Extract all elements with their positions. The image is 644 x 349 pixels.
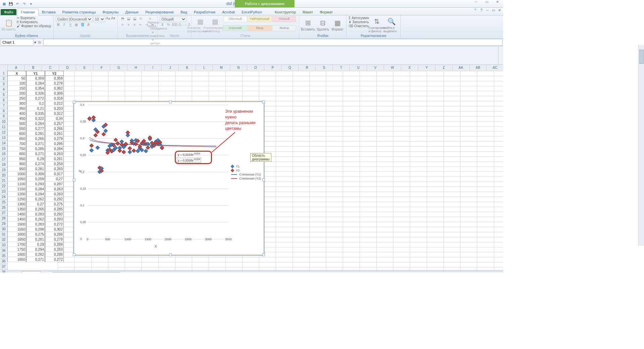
decrease-font-icon[interactable]: A▾ [111,16,115,22]
orientation-icon[interactable]: ⟲ [138,17,143,22]
resize-handle[interactable] [73,179,75,181]
tab-acrobat[interactable]: Acrobat [219,9,238,15]
tab-chart-layout[interactable]: Макет [299,9,316,15]
paste-button[interactable]: 📋Вставить [2,16,15,34]
tab-review[interactable]: Рецензирование [142,9,177,15]
chart-legend[interactable]: Y1 Y2 Степенная (Y1) Степенная (Y2) [231,164,261,181]
ribbon-tabs: Файл Главная Вставка Разметка страницы Ф… [0,8,503,15]
delete-cells-button[interactable]: ⊟Удалить [316,16,329,34]
namebox-dropdown-icon[interactable]: ▾ [34,40,36,45]
increase-font-icon[interactable]: A▴ [106,16,110,22]
align-top-icon[interactable]: ⬒ [120,17,125,22]
formula-input[interactable] [43,39,502,46]
doc-minimize-icon[interactable]: ─ [485,8,490,13]
ribbon: 📋Вставить ✂ Вырезать ⎘ Копировать 🖌 Форм… [0,15,503,39]
close-button[interactable]: ✕ [493,0,502,4]
help-icon[interactable]: ? [479,8,484,13]
fill-color-button[interactable]: 🪣 [80,23,85,28]
tab-formulas[interactable]: Формулы [99,9,122,15]
font-name-select[interactable]: Calibri (Основной [56,16,93,22]
percent-icon[interactable]: % [166,23,171,28]
resize-handle[interactable] [262,101,265,103]
align-bottom-icon[interactable]: ⬓ [132,17,137,22]
resize-handle[interactable] [73,253,75,256]
resize-handle[interactable] [73,101,75,103]
fill-button[interactable]: ⬇ Заполнить [348,20,369,24]
name-box[interactable] [1,39,34,46]
increase-decimal-icon[interactable]: .0→ [178,23,183,28]
fx-icon[interactable]: fx [38,40,41,44]
doc-close-icon[interactable]: ✕ [497,8,502,13]
tab-chart-format[interactable]: Формат [316,9,336,15]
increase-indent-icon[interactable]: ⇥ [144,23,149,28]
trendline-equation-2[interactable]: y = 0,3328x-0,024 [177,158,201,162]
wrap-text-button[interactable]: ≡ Перенос текста [147,17,153,22]
minimize-button[interactable]: ─ [472,0,480,4]
bold-button[interactable]: Ж [56,23,61,28]
format-cells-button[interactable]: ▦Формат [331,16,344,34]
format-painter-button[interactable]: 🖌 Формат по образцу [17,24,51,28]
border-button[interactable]: ▦ [74,23,79,28]
column-headers[interactable]: ABCDEFGHIJKLMNOPQRSTUVWXYZAAABAC [8,65,503,71]
sheet-tab[interactable]: sheet1 [22,271,41,272]
trendline-equation-1[interactable]: y = 0,3153x-0,016 [178,152,200,156]
chart-tools-tab: Работа с диаграммами [235,0,294,7]
annotation-text: Эти уравнениинужноделать разнымицветамы [225,109,256,132]
autosum-button[interactable]: Σ Автосумма [348,16,369,20]
cut-button[interactable]: ✂ Вырезать [17,16,51,20]
align-left-icon[interactable]: ≡ [120,23,125,28]
resize-handle[interactable] [262,253,265,256]
copy-button[interactable]: ⎘ Копировать [17,20,51,24]
redo-icon[interactable]: ↷ [21,1,27,6]
chart-object[interactable]: Y X y = 0,3153x-0,016 y = 0,3328x-0,024 … [74,102,264,255]
underline-button[interactable]: Ч [68,23,73,28]
align-center-icon[interactable]: ≡ [126,23,131,28]
tab-page-layout[interactable]: Разметка страницы [59,9,99,15]
sort-filter-button[interactable]: ⇅Сортировка и фильтр [370,16,384,34]
formula-bar-expand[interactable] [498,46,503,64]
italic-button[interactable]: К [62,23,67,28]
group-alignment: ⬒⬓⬓ ⟲ ≡ Перенос текста ≡≡≡ ⇤⇥ ⬌ Объедини… [118,15,158,38]
doc-restore-icon[interactable]: ▭ [491,8,496,13]
resize-handle[interactable] [262,179,265,181]
find-select-button[interactable]: 🔍Найти и выделить [385,16,398,34]
tab-view[interactable]: Вид [177,9,191,15]
tab-developer[interactable]: Разработчик [191,9,219,15]
data-cells[interactable]: XY1Y2500,3590,3581000,2640,2781500,3540,… [7,71,64,262]
row-headers[interactable]: 1234567891011121314151617181920212223242… [0,71,8,272]
tab-chart-design[interactable]: Конструктор [271,9,299,15]
align-right-icon[interactable]: ≡ [132,23,137,28]
insert-cells-button[interactable]: ⊞Вставить [301,16,315,34]
tab-insert[interactable]: Вставка [39,9,59,15]
font-color-button[interactable]: A [86,23,91,28]
group-styles: ▦Условное форматирование ▦Форматировать … [192,15,299,38]
merge-button[interactable]: ⬌ Объединить и поместить в центре [150,23,155,28]
tab-file[interactable]: Файл [1,9,16,15]
save-icon[interactable]: 💾 [8,1,13,6]
qat-dropdown-icon[interactable]: ▾ [28,1,34,6]
font-size-select[interactable]: 10 [93,16,105,22]
tab-nav-last-icon[interactable]: ⏭ [16,272,21,273]
group-clipboard: 📋Вставить ✂ Вырезать ⎘ Копировать 🖌 Форм… [0,15,54,38]
resize-handle[interactable] [169,253,172,256]
format-as-table-button[interactable]: ▦Форматировать как таблицу [208,16,222,34]
tab-nav-next-icon[interactable]: ▶ [11,272,16,273]
new-sheet-icon[interactable]: ⊕ [42,272,45,273]
decrease-indent-icon[interactable]: ⇤ [138,23,143,28]
undo-icon[interactable]: ↶ [15,1,20,6]
tab-excelpython[interactable]: ExcelPython [238,9,265,15]
tab-home[interactable]: Главная [17,9,39,15]
resize-handle[interactable] [169,101,172,103]
number-format-select[interactable]: Общий [160,16,186,22]
tab-data[interactable]: Данные [122,9,142,15]
select-all-corner[interactable] [0,65,8,71]
minimize-ribbon-icon[interactable]: ^ [473,8,478,13]
horizontal-scrollbar[interactable] [48,271,503,273]
maximize-button[interactable]: ▭ [482,0,491,4]
clear-button[interactable]: ⌫ Очистить [348,24,369,28]
align-middle-icon[interactable]: ⬓ [126,17,131,22]
comma-icon[interactable]: 000 [172,23,177,28]
equation-highlight-box: y = 0,3153x-0,016 y = 0,3328x-0,024 [175,151,212,164]
currency-icon[interactable]: $ [160,23,165,28]
cell-styles-gallery[interactable]: Обычный Нейтральный Плохой Хороший Ввод … [223,16,297,34]
